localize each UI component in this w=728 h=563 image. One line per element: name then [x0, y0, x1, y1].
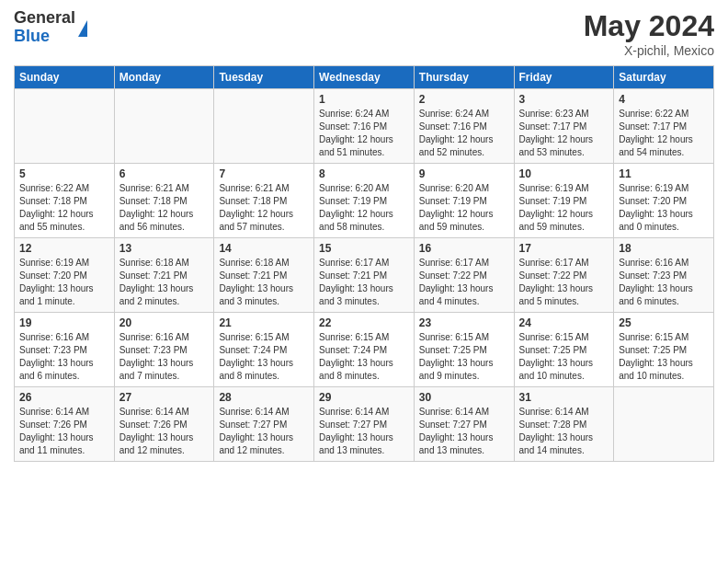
- day-number: 24: [519, 316, 609, 329]
- day-info: Sunrise: 6:23 AM Sunset: 7:17 PM Dayligh…: [519, 108, 609, 159]
- day-number: 30: [419, 391, 509, 404]
- day-number: 31: [519, 391, 609, 404]
- day-info: Sunrise: 6:14 AM Sunset: 7:27 PM Dayligh…: [219, 406, 309, 457]
- calendar-cell-w5-d1: 26Sunrise: 6:14 AM Sunset: 7:26 PM Dayli…: [15, 387, 115, 462]
- day-number: 21: [219, 316, 309, 329]
- calendar-cell-w1-d1: [15, 89, 115, 164]
- day-info: Sunrise: 6:14 AM Sunset: 7:28 PM Dayligh…: [519, 406, 609, 457]
- day-info: Sunrise: 6:15 AM Sunset: 7:24 PM Dayligh…: [219, 331, 309, 383]
- day-info: Sunrise: 6:16 AM Sunset: 7:23 PM Dayligh…: [119, 331, 210, 383]
- header: General Blue May 2024 X-pichil, Mexico: [14, 9, 714, 58]
- day-info: Sunrise: 6:14 AM Sunset: 7:26 PM Dayligh…: [119, 406, 210, 457]
- calendar-cell-w2-d4: 8Sunrise: 6:20 AM Sunset: 7:19 PM Daylig…: [314, 164, 415, 238]
- day-number: 4: [619, 93, 709, 106]
- calendar-header-row: Sunday Monday Tuesday Wednesday Thursday…: [15, 66, 714, 89]
- calendar-cell-w2-d5: 9Sunrise: 6:20 AM Sunset: 7:19 PM Daylig…: [414, 164, 514, 238]
- calendar-week-2: 5Sunrise: 6:22 AM Sunset: 7:18 PM Daylig…: [15, 164, 714, 238]
- calendar-cell-w3-d3: 14Sunrise: 6:18 AM Sunset: 7:21 PM Dayli…: [214, 238, 314, 313]
- calendar-cell-w1-d7: 4Sunrise: 6:22 AM Sunset: 7:17 PM Daylig…: [614, 89, 714, 164]
- calendar-cell-w1-d3: [214, 89, 314, 164]
- day-info: Sunrise: 6:14 AM Sunset: 7:27 PM Dayligh…: [319, 406, 409, 457]
- day-number: 13: [119, 242, 210, 255]
- calendar-cell-w5-d6: 31Sunrise: 6:14 AM Sunset: 7:28 PM Dayli…: [514, 387, 614, 462]
- day-info: Sunrise: 6:14 AM Sunset: 7:26 PM Dayligh…: [19, 406, 109, 457]
- day-info: Sunrise: 6:21 AM Sunset: 7:18 PM Dayligh…: [219, 182, 309, 234]
- day-info: Sunrise: 6:24 AM Sunset: 7:16 PM Dayligh…: [419, 108, 509, 159]
- day-number: 23: [419, 316, 509, 329]
- calendar-table: Sunday Monday Tuesday Wednesday Thursday…: [14, 65, 714, 462]
- calendar-cell-w4-d7: 25Sunrise: 6:15 AM Sunset: 7:25 PM Dayli…: [614, 313, 714, 387]
- day-info: Sunrise: 6:15 AM Sunset: 7:25 PM Dayligh…: [419, 331, 509, 383]
- calendar-cell-w1-d2: [114, 89, 214, 164]
- col-wednesday: Wednesday: [314, 66, 415, 89]
- day-info: Sunrise: 6:22 AM Sunset: 7:17 PM Dayligh…: [619, 108, 709, 159]
- calendar-cell-w1-d5: 2Sunrise: 6:24 AM Sunset: 7:16 PM Daylig…: [414, 89, 514, 164]
- day-info: Sunrise: 6:20 AM Sunset: 7:19 PM Dayligh…: [419, 182, 509, 234]
- day-number: 10: [519, 167, 609, 180]
- title-block: May 2024 X-pichil, Mexico: [584, 9, 714, 58]
- day-info: Sunrise: 6:22 AM Sunset: 7:18 PM Dayligh…: [19, 182, 109, 234]
- day-number: 11: [619, 167, 709, 180]
- day-info: Sunrise: 6:17 AM Sunset: 7:22 PM Dayligh…: [519, 257, 609, 308]
- calendar-cell-w3-d5: 16Sunrise: 6:17 AM Sunset: 7:22 PM Dayli…: [414, 238, 514, 313]
- day-number: 19: [19, 316, 109, 329]
- calendar-body: 1Sunrise: 6:24 AM Sunset: 7:16 PM Daylig…: [15, 89, 714, 462]
- day-number: 14: [219, 242, 309, 255]
- calendar-cell-w2-d2: 6Sunrise: 6:21 AM Sunset: 7:18 PM Daylig…: [114, 164, 214, 238]
- calendar-cell-w4-d5: 23Sunrise: 6:15 AM Sunset: 7:25 PM Dayli…: [414, 313, 514, 387]
- calendar-cell-w5-d2: 27Sunrise: 6:14 AM Sunset: 7:26 PM Dayli…: [114, 387, 214, 462]
- calendar-cell-w5-d3: 28Sunrise: 6:14 AM Sunset: 7:27 PM Dayli…: [214, 387, 314, 462]
- day-number: 29: [319, 391, 409, 404]
- day-number: 3: [519, 93, 609, 106]
- day-info: Sunrise: 6:16 AM Sunset: 7:23 PM Dayligh…: [619, 257, 709, 308]
- day-number: 5: [19, 167, 109, 180]
- calendar-cell-w3-d4: 15Sunrise: 6:17 AM Sunset: 7:21 PM Dayli…: [314, 238, 415, 313]
- calendar-week-1: 1Sunrise: 6:24 AM Sunset: 7:16 PM Daylig…: [15, 89, 714, 164]
- calendar-week-3: 12Sunrise: 6:19 AM Sunset: 7:20 PM Dayli…: [15, 238, 714, 313]
- day-number: 17: [519, 242, 609, 255]
- col-sunday: Sunday: [15, 66, 115, 89]
- day-number: 7: [219, 167, 309, 180]
- calendar-cell-w5-d4: 29Sunrise: 6:14 AM Sunset: 7:27 PM Dayli…: [314, 387, 415, 462]
- logo-general: General: [14, 9, 75, 28]
- day-number: 22: [319, 316, 409, 329]
- calendar-cell-w2-d1: 5Sunrise: 6:22 AM Sunset: 7:18 PM Daylig…: [15, 164, 115, 238]
- day-info: Sunrise: 6:24 AM Sunset: 7:16 PM Dayligh…: [319, 108, 409, 159]
- logo-triangle-icon: [78, 20, 87, 37]
- day-number: 12: [19, 242, 109, 255]
- col-saturday: Saturday: [614, 66, 714, 89]
- day-info: Sunrise: 6:15 AM Sunset: 7:25 PM Dayligh…: [519, 331, 609, 383]
- logo-text: General Blue: [14, 9, 75, 46]
- day-info: Sunrise: 6:21 AM Sunset: 7:18 PM Dayligh…: [119, 182, 210, 234]
- day-info: Sunrise: 6:20 AM Sunset: 7:19 PM Dayligh…: [319, 182, 409, 234]
- calendar-cell-w3-d1: 12Sunrise: 6:19 AM Sunset: 7:20 PM Dayli…: [15, 238, 115, 313]
- day-number: 6: [119, 167, 210, 180]
- location-subtitle: X-pichil, Mexico: [584, 43, 714, 58]
- calendar-cell-w2-d7: 11Sunrise: 6:19 AM Sunset: 7:20 PM Dayli…: [614, 164, 714, 238]
- calendar-cell-w1-d6: 3Sunrise: 6:23 AM Sunset: 7:17 PM Daylig…: [514, 89, 614, 164]
- day-info: Sunrise: 6:19 AM Sunset: 7:20 PM Dayligh…: [619, 182, 709, 234]
- calendar-cell-w5-d7: [614, 387, 714, 462]
- logo: General Blue: [14, 9, 87, 46]
- day-info: Sunrise: 6:17 AM Sunset: 7:21 PM Dayligh…: [319, 257, 409, 308]
- day-number: 2: [419, 93, 509, 106]
- day-number: 15: [319, 242, 409, 255]
- calendar-cell-w4-d1: 19Sunrise: 6:16 AM Sunset: 7:23 PM Dayli…: [15, 313, 115, 387]
- calendar-cell-w3-d6: 17Sunrise: 6:17 AM Sunset: 7:22 PM Dayli…: [514, 238, 614, 313]
- day-info: Sunrise: 6:14 AM Sunset: 7:27 PM Dayligh…: [419, 406, 509, 457]
- calendar-cell-w2-d6: 10Sunrise: 6:19 AM Sunset: 7:19 PM Dayli…: [514, 164, 614, 238]
- day-info: Sunrise: 6:15 AM Sunset: 7:24 PM Dayligh…: [319, 331, 409, 383]
- day-number: 27: [119, 391, 210, 404]
- calendar-cell-w1-d4: 1Sunrise: 6:24 AM Sunset: 7:16 PM Daylig…: [314, 89, 415, 164]
- day-info: Sunrise: 6:17 AM Sunset: 7:22 PM Dayligh…: [419, 257, 509, 308]
- calendar-cell-w2-d3: 7Sunrise: 6:21 AM Sunset: 7:18 PM Daylig…: [214, 164, 314, 238]
- col-thursday: Thursday: [414, 66, 514, 89]
- month-year-title: May 2024: [584, 9, 714, 43]
- day-number: 9: [419, 167, 509, 180]
- day-number: 1: [319, 93, 409, 106]
- day-info: Sunrise: 6:19 AM Sunset: 7:19 PM Dayligh…: [519, 182, 609, 234]
- col-friday: Friday: [514, 66, 614, 89]
- day-info: Sunrise: 6:18 AM Sunset: 7:21 PM Dayligh…: [119, 257, 210, 308]
- logo-blue: Blue: [14, 28, 75, 46]
- calendar-cell-w3-d2: 13Sunrise: 6:18 AM Sunset: 7:21 PM Dayli…: [114, 238, 214, 313]
